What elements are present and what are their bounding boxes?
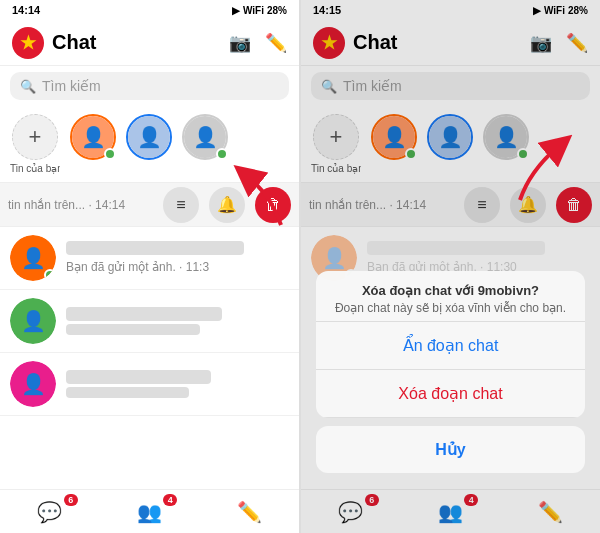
chat-badge-left: 6 [64, 494, 78, 506]
story-avatar-2: 👤 [126, 114, 172, 160]
nav-chat-left[interactable]: 💬 6 [0, 490, 100, 533]
action-sheet-subtitle: Đoạn chat này sẽ bị xóa vĩnh viễn cho bạ… [332, 301, 569, 315]
time-left: 14:14 [12, 4, 40, 16]
camera-icon-left[interactable]: 📷 [229, 32, 251, 54]
action-sheet-title: Xóa đoạn chat với 9mobivn? [332, 283, 569, 298]
chat-name-1 [66, 241, 244, 255]
chat-name-3 [66, 370, 211, 384]
chat-info-3 [66, 370, 289, 398]
status-bar-left: 14:14 ▶ WiFi 28% [0, 0, 299, 20]
online-dot-3 [216, 148, 228, 160]
swipe-actions-left: tin nhắn trên... · 14:14 ≡ 🔔 🗑 [0, 183, 299, 227]
nav-compose-left[interactable]: ✏️ [199, 490, 299, 533]
battery-left: 28% [267, 5, 287, 16]
chat-avatar-2: 👤 [10, 298, 56, 344]
modal-overlay: Xóa đoạn chat với 9mobivn? Đoạn chat này… [301, 0, 600, 533]
chat-item-2[interactable]: 👤 [0, 290, 299, 353]
contacts-badge-left: 4 [163, 494, 177, 506]
left-phone-panel: 14:14 ▶ WiFi 28% ★ Chat 📷 ✏️ 🔍 Tìm kiếm … [0, 0, 300, 533]
edit-icon-left[interactable]: ✏️ [265, 32, 287, 54]
logo-left: ★ [12, 27, 44, 59]
action-sheet-cancel: Hủy [316, 426, 585, 473]
online-dot-1 [104, 148, 116, 160]
story-3[interactable]: 👤 [182, 114, 228, 160]
status-icons-left: ▶ WiFi 28% [232, 5, 287, 16]
chat-item-3[interactable]: 👤 [0, 353, 299, 416]
chat-list-left: 👤 Bạn đã gửi một ảnh. · 11:3 👤 👤 [0, 227, 299, 489]
chat-name-2 [66, 307, 222, 321]
delete-chat-btn[interactable]: Xóa đoạn chat [316, 370, 585, 418]
chat-preview-1: Bạn đã gửi một ảnh. · 11:3 [66, 260, 209, 274]
action-sheet-header: Xóa đoạn chat với 9mobivn? Đoạn chat này… [316, 271, 585, 322]
action-bell-btn[interactable]: 🔔 [209, 187, 245, 223]
chat-info-1: Bạn đã gửi một ảnh. · 11:3 [66, 241, 289, 275]
contacts-nav-icon-left: 👥 [137, 500, 162, 524]
action-sheet: Xóa đoạn chat với 9mobivn? Đoạn chat này… [316, 271, 585, 418]
add-story-btn[interactable]: + [12, 114, 58, 160]
hide-chat-btn[interactable]: Ẩn đoạn chat [316, 322, 585, 370]
header-left: ★ Chat 📷 ✏️ [0, 20, 299, 66]
chat-avatar-3: 👤 [10, 361, 56, 407]
arrow-overlay-right [500, 130, 580, 214]
chat-avatar-1: 👤 [10, 235, 56, 281]
story-1[interactable]: 👤 [70, 114, 116, 160]
cancel-btn[interactable]: Hủy [316, 426, 585, 473]
header-icons-left: 📷 ✏️ [229, 32, 287, 54]
action-delete-btn[interactable]: 🗑 [255, 187, 291, 223]
chat-nav-icon-left: 💬 [37, 500, 62, 524]
search-icon-left: 🔍 [20, 79, 36, 94]
action-menu-btn[interactable]: ≡ [163, 187, 199, 223]
chat-info-2 [66, 307, 289, 335]
swipe-label-left: tin nhắn trên... · 14:14 [8, 198, 153, 212]
search-bar-left[interactable]: 🔍 Tìm kiếm [10, 72, 289, 100]
stories-row-left: + Tin của bạn 👤 👤 👤 [0, 106, 299, 183]
title-left: Chat [52, 31, 229, 54]
compose-nav-icon-left: ✏️ [237, 500, 262, 524]
story-label-add: Tin của bạn [10, 163, 60, 174]
story-2[interactable]: 👤 [126, 114, 172, 160]
nav-contacts-left[interactable]: 👥 4 [100, 490, 200, 533]
bottom-nav-left: 💬 6 👥 4 ✏️ [0, 489, 299, 533]
chat-item-1[interactable]: 👤 Bạn đã gửi một ảnh. · 11:3 [0, 227, 299, 290]
story-add[interactable]: + Tin của bạn [10, 114, 60, 174]
search-placeholder-left: Tìm kiếm [42, 78, 101, 94]
right-phone-panel: 14:15 ▶ WiFi 28% ★ Chat 📷 ✏️ 🔍 Tìm kiếm … [300, 0, 600, 533]
